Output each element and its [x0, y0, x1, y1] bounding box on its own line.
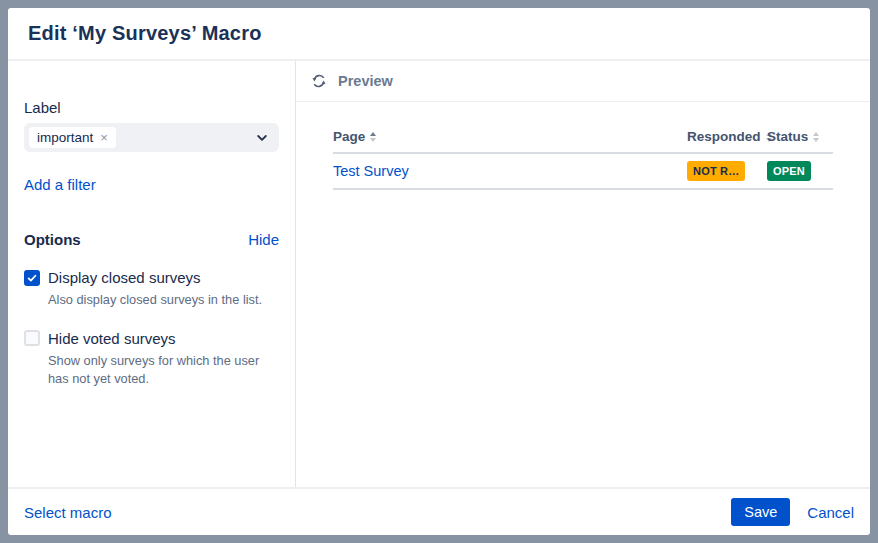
survey-page-link[interactable]: Test Survey: [333, 163, 409, 179]
checkmark-icon: [26, 272, 38, 284]
footer-actions: Save Cancel: [731, 498, 854, 526]
column-label: Status: [767, 129, 808, 144]
add-filter-link[interactable]: Add a filter: [24, 176, 96, 193]
label-select[interactable]: important ×: [24, 123, 279, 152]
hide-voted-description: Show only surveys for which the user has…: [48, 352, 279, 388]
preview-panel: Preview Page Responded Statu: [296, 61, 870, 487]
column-header-responded[interactable]: Responded: [687, 129, 767, 144]
label-field-label: Label: [24, 99, 279, 116]
label-tag-text: important: [37, 130, 93, 145]
column-header-page[interactable]: Page: [333, 129, 687, 144]
dialog-footer: Select macro Save Cancel: [8, 487, 870, 535]
option-display-closed: Display closed surveys: [24, 269, 279, 286]
hide-options-link[interactable]: Hide: [248, 231, 279, 248]
status-badge: OPEN: [767, 161, 811, 181]
cell-page: Test Survey: [333, 162, 687, 180]
hide-voted-checkbox[interactable]: [24, 330, 40, 346]
surveys-table-header: Page Responded Status: [333, 129, 833, 154]
macro-params-panel: Label important × Add a filter Options H…: [8, 61, 296, 487]
dialog-title: Edit ‘My Surveys’ Macro: [28, 22, 262, 45]
hide-voted-label[interactable]: Hide voted surveys: [48, 330, 176, 347]
remove-tag-icon[interactable]: ×: [100, 131, 108, 144]
display-closed-label[interactable]: Display closed surveys: [48, 269, 201, 286]
chevron-down-icon: [255, 131, 269, 145]
sort-icon: [370, 132, 376, 142]
cell-responded: NOT R…: [687, 161, 767, 181]
column-label: Page: [333, 129, 365, 144]
dialog-body: Label important × Add a filter Options H…: [8, 61, 870, 487]
options-header: Options Hide: [24, 231, 279, 248]
preview-content: Page Responded Status: [296, 102, 870, 190]
responded-badge: NOT R…: [687, 161, 745, 181]
options-heading: Options: [24, 231, 81, 248]
column-header-status[interactable]: Status: [767, 129, 833, 144]
cancel-link[interactable]: Cancel: [807, 504, 854, 521]
preview-header: Preview: [296, 61, 870, 102]
select-macro-link[interactable]: Select macro: [24, 504, 112, 521]
label-tag: important ×: [29, 127, 116, 148]
display-closed-description: Also display closed surveys in the list.: [48, 291, 279, 309]
dialog-header: Edit ‘My Surveys’ Macro: [8, 8, 870, 61]
sort-icon: [813, 132, 819, 142]
surveys-table: Page Responded Status: [333, 129, 833, 190]
cell-status: OPEN: [767, 161, 833, 181]
save-button[interactable]: Save: [731, 498, 790, 526]
refresh-icon: [311, 73, 327, 89]
display-closed-checkbox[interactable]: [24, 270, 40, 286]
preview-heading: Preview: [338, 73, 393, 89]
option-hide-voted: Hide voted surveys: [24, 330, 279, 347]
column-label: Responded: [687, 129, 761, 144]
edit-macro-dialog: Edit ‘My Surveys’ Macro Label important …: [8, 8, 870, 535]
table-row: Test Survey NOT R… OPEN: [333, 154, 833, 190]
